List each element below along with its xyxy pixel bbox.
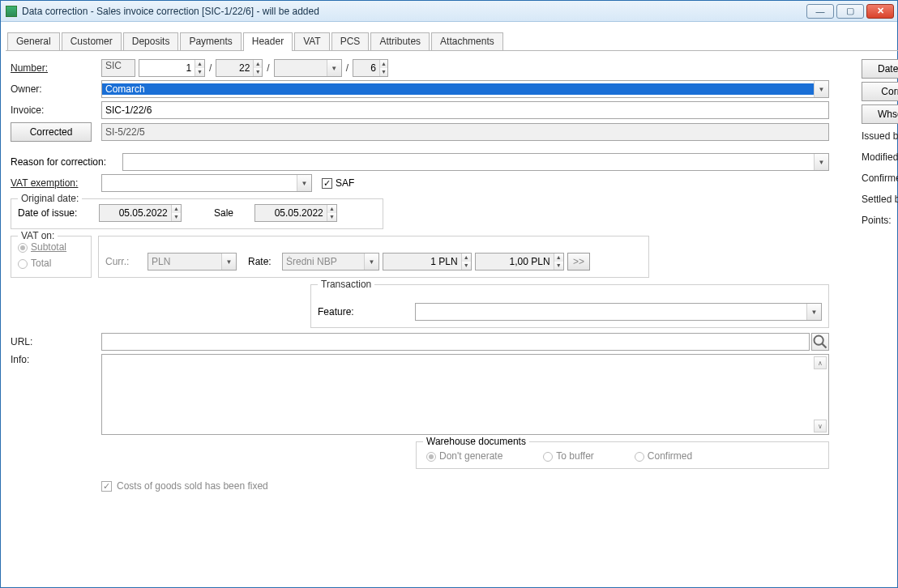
rate-go-button[interactable]: >> (567, 253, 590, 271)
feature-combo[interactable]: ▼ (415, 303, 822, 321)
minimize-button[interactable]: — (806, 4, 834, 19)
invoice-label: Invoice: (11, 104, 101, 116)
owner-label: Owner: (11, 83, 101, 95)
currency-group: . Curr.: PLN▼ Rate: Średni NBP▼ ▲▼ (98, 236, 649, 278)
invoice-input[interactable] (101, 101, 829, 119)
tabs: General Customer Deposits Payments Heade… (6, 30, 898, 51)
vat-exemption-combo[interactable]: ▼ (101, 174, 312, 192)
rate-from-spinner: ▲▼ (383, 253, 472, 271)
cogs-label: Costs of goods sold has been fixed (117, 480, 268, 492)
maximize-button[interactable]: ▢ (836, 4, 864, 19)
url-input[interactable] (101, 333, 810, 351)
info-textarea[interactable]: ∧ ∨ (101, 354, 829, 435)
tab-payments[interactable]: Payments (180, 32, 241, 50)
corrected-input (101, 123, 829, 141)
scroll-up-icon[interactable]: ∧ (814, 356, 827, 369)
confirmed-by-label: Confirmed by: (862, 173, 898, 184)
tab-pcs[interactable]: PCS (331, 32, 370, 50)
radio-wh-confirmed (635, 452, 644, 462)
rate-to-spinner: ▲▼ (475, 253, 564, 271)
orig-date-issue-spinner: ▲▼ (99, 204, 182, 222)
number-year-spinner: ▲▼ (216, 59, 263, 77)
orig-date-issue-label: Date of issue: (18, 207, 99, 219)
issued-by-label: Issued by: (862, 130, 898, 142)
points-label: Points: (862, 215, 898, 226)
info-label: Info: (11, 354, 101, 365)
tab-attributes[interactable]: Attributes (370, 32, 430, 50)
owner-combo[interactable]: Comarch▼ (101, 80, 829, 98)
tab-header[interactable]: Header (243, 32, 293, 51)
rate-label: Rate: (248, 256, 282, 267)
feature-label: Feature: (318, 306, 415, 317)
orig-sale-label: Sale (214, 207, 254, 219)
owner-value: Comarch (102, 83, 814, 95)
titlebar: Data correction - Sales invoice correcti… (1, 1, 897, 22)
radio-subtotal (18, 243, 28, 253)
transaction-legend: Transaction (318, 279, 374, 290)
svg-point-0 (815, 336, 823, 345)
radio-wh-to-buffer (543, 452, 553, 462)
tab-vat[interactable]: VAT (294, 32, 330, 50)
number-year (216, 60, 253, 76)
url-label: URL: (11, 336, 101, 347)
radio-dont-generate (426, 452, 436, 462)
tab-customer[interactable]: Customer (62, 32, 122, 50)
reason-combo[interactable]: ▼ (122, 153, 829, 171)
vat-exemption-label: VAT exemption: (11, 177, 101, 189)
original-date-group: Original date: Date of issue: ▲▼ Sale ▲▼ (11, 198, 383, 229)
cogs-checkbox (101, 481, 112, 492)
chevron-down-icon: ▼ (806, 304, 821, 320)
number-label: Number: (11, 62, 101, 74)
number-row: Number: SIC ▲▼ / ▲▼ / ▼ / ▲▼ (11, 59, 829, 77)
tab-general[interactable]: General (7, 32, 60, 50)
url-browse-button[interactable] (811, 333, 829, 351)
tab-attachments[interactable]: Attachments (431, 32, 503, 50)
chevron-down-icon: ▼ (814, 154, 828, 170)
date-of-issue-button[interactable]: Date of issue (862, 59, 898, 79)
number-prefix: SIC (101, 59, 135, 77)
number-last-spinner: ▲▼ (353, 59, 388, 77)
orig-date-sale-spinner: ▲▼ (254, 204, 337, 222)
tab-deposits[interactable]: Deposits (123, 32, 179, 50)
window-title: Data correction - Sales invoice correcti… (22, 6, 806, 17)
saf-label: SAF (336, 177, 354, 189)
close-button[interactable]: ✕ (866, 4, 894, 19)
transaction-group: Transaction Feature: ▼ (310, 284, 829, 328)
vat-on-legend: VAT on: (18, 230, 58, 241)
svg-line-1 (823, 344, 827, 348)
currency-combo: PLN▼ (148, 253, 237, 271)
wh-legend: Warehouse documents (423, 436, 529, 447)
number-last (353, 60, 379, 76)
corrected-button[interactable]: Corrected (11, 122, 92, 142)
chevron-down-icon: ▼ (814, 81, 828, 97)
radio-total (18, 259, 28, 269)
settled-by-label: Settled by: (862, 194, 898, 205)
chevron-down-icon: ▼ (327, 60, 341, 76)
number-seq[interactable] (139, 60, 195, 76)
curr-label: Curr.: (105, 256, 148, 267)
whse-receipt-button[interactable]: Whse receipt (862, 104, 898, 124)
window-controls: — ▢ ✕ (806, 4, 894, 19)
window: Data correction - Sales invoice correcti… (0, 0, 898, 588)
vat-on-group: VAT on: Subtotal Total (11, 236, 92, 278)
scroll-down-icon[interactable]: ∨ (814, 420, 827, 432)
app-icon (6, 6, 17, 17)
original-date-legend: Original date: (18, 193, 82, 204)
reason-label: Reason for correction: (11, 156, 122, 168)
number-blank-combo[interactable]: ▼ (274, 59, 342, 77)
rate-type-combo: Średni NBP▼ (282, 253, 379, 271)
corrections-button[interactable]: Corrections (862, 82, 898, 101)
modified-by-label: Modified by: (862, 151, 898, 163)
chevron-down-icon: ▼ (297, 175, 311, 191)
search-icon (812, 334, 828, 350)
saf-checkbox[interactable] (322, 178, 332, 189)
warehouse-documents-group: Warehouse documents Don't generate To bu… (416, 441, 829, 469)
number-seq-spinner[interactable]: ▲▼ (139, 59, 205, 77)
